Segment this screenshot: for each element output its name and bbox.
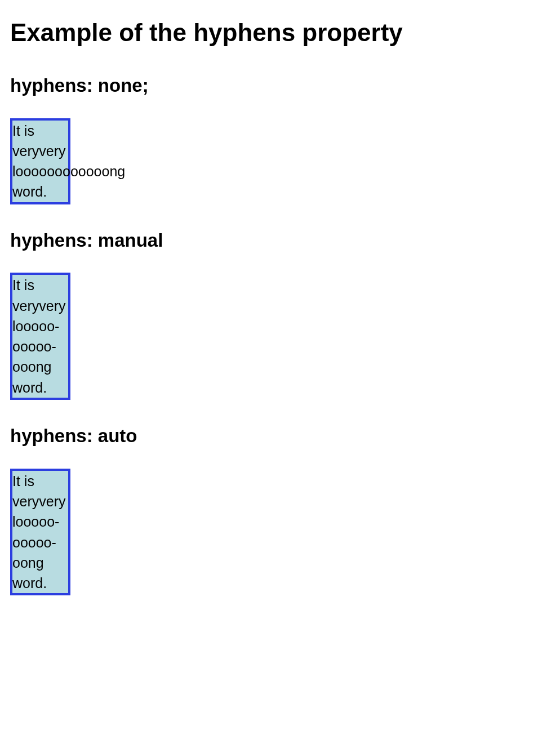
example-box-none: It is veryvery loooooooooooong word. [10, 118, 70, 204]
section-heading-manual: hyphens: manual [10, 227, 550, 254]
example-box-auto: It is very­very looooo­ooooo­oong word. [10, 469, 70, 596]
example-box-manual: It is very­very looooo­ooooo­ooong word. [10, 273, 70, 400]
section-heading-none: hyphens: none; [10, 72, 550, 99]
page-title: Example of the hyphens property [10, 15, 550, 51]
section-heading-auto: hyphens: auto [10, 422, 550, 449]
